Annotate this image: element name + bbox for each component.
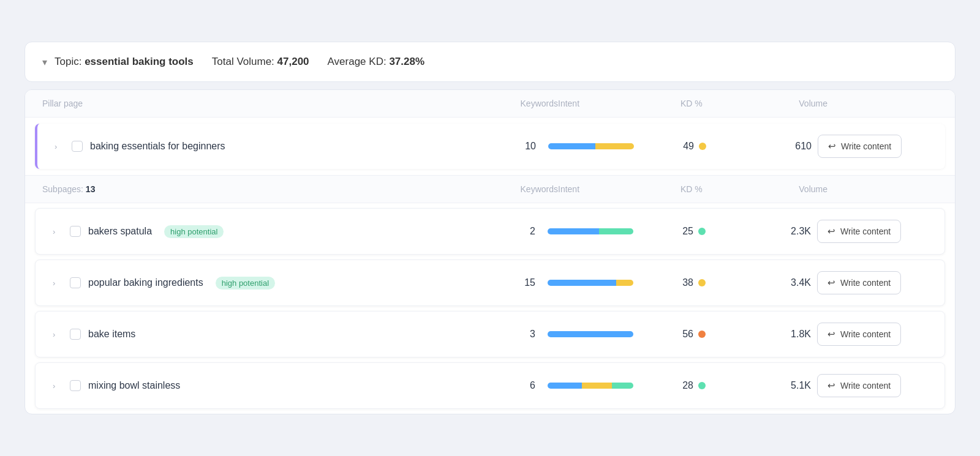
- subpage-volume: 1.8K: [744, 329, 817, 340]
- subpage-row-left-2: › bake items: [53, 329, 474, 340]
- subpage-intent: [548, 280, 670, 286]
- subpage-keywords: 15: [474, 277, 548, 288]
- pillar-checkbox[interactable]: [72, 141, 83, 152]
- col-header-pillar: Pillar page: [42, 99, 484, 108]
- high-potential-badge: high potential: [216, 277, 275, 290]
- subpage-kd: 25: [670, 226, 744, 237]
- subpage-row: › mixing bowl stainless 6 28 5.1K ↩ Writ…: [35, 362, 945, 409]
- subpages-header: Subpages: 13 Keywords Intent KD % Volume: [25, 175, 955, 203]
- subpage-action: ↩ Write content: [817, 323, 927, 346]
- subpages-count-label: Subpages: 13: [42, 184, 484, 194]
- subpage-action: ↩ Write content: [817, 271, 927, 294]
- topic-kd: Average KD: 37.28%: [328, 56, 424, 68]
- subpage-checkbox[interactable]: [70, 329, 81, 340]
- subpage-kd: 38: [670, 277, 744, 288]
- subpage-kd: 28: [670, 380, 744, 391]
- pillar-row-left: › baking essentials for beginners: [55, 141, 475, 152]
- topic-chevron-icon[interactable]: ▾: [42, 56, 47, 68]
- write-icon: ↩: [827, 226, 835, 237]
- subpage-expand-icon[interactable]: ›: [53, 381, 62, 391]
- subpage-title: bake items: [88, 329, 135, 340]
- pillar-write-btn[interactable]: ↩ Write content: [818, 135, 902, 158]
- pillar-column-headers: Pillar page Keywords Intent KD % Volume: [25, 90, 955, 118]
- subpages-col-keywords: Keywords: [484, 184, 558, 194]
- subpage-intent: [548, 383, 670, 389]
- subpages-col-kd: KD %: [680, 184, 754, 194]
- subpage-volume: 2.3K: [744, 226, 817, 237]
- subpage-kd: 56: [670, 329, 744, 340]
- subpage-row: › bake items 3 56 1.8K ↩ Write content: [35, 311, 945, 357]
- subpages-col-intent: Intent: [558, 184, 680, 194]
- pillar-intent: [548, 143, 671, 149]
- high-potential-badge: high potential: [164, 225, 224, 238]
- subpage-write-btn[interactable]: ↩ Write content: [817, 323, 901, 346]
- subpage-write-btn[interactable]: ↩ Write content: [817, 374, 901, 397]
- subpage-row: › popular baking ingredients high potent…: [35, 260, 945, 306]
- subpage-volume: 3.4K: [744, 277, 817, 288]
- pillar-action: ↩ Write content: [818, 135, 928, 158]
- topic-volume: Total Volume: 47,200: [212, 56, 309, 68]
- pillar-expand-icon[interactable]: ›: [55, 142, 64, 151]
- subpages-list: › bakers spatula high potential 2 25 2.3…: [25, 208, 955, 409]
- write-icon: ↩: [828, 141, 836, 152]
- subpage-intent: [548, 331, 670, 337]
- col-header-kd: KD %: [680, 99, 754, 108]
- subpage-title: bakers spatula: [88, 226, 152, 237]
- subpage-keywords: 3: [474, 329, 548, 340]
- subpage-row-left-1: › popular baking ingredients high potent…: [53, 277, 474, 290]
- subpage-checkbox[interactable]: [70, 226, 81, 237]
- subpage-title: mixing bowl stainless: [88, 380, 180, 391]
- subpage-keywords: 2: [474, 226, 548, 237]
- subpage-keywords: 6: [474, 380, 548, 391]
- write-icon: ↩: [827, 380, 835, 391]
- topic-header: ▾ Topic: essential baking tools Total Vo…: [24, 42, 956, 82]
- subpage-write-btn[interactable]: ↩ Write content: [817, 271, 901, 294]
- table-section: Pillar page Keywords Intent KD % Volume …: [24, 89, 956, 414]
- pillar-volume: 610: [744, 141, 818, 152]
- subpage-expand-icon[interactable]: ›: [53, 227, 62, 236]
- subpages-col-action: [827, 184, 938, 194]
- col-header-action: [827, 99, 938, 108]
- pillar-title: baking essentials for beginners: [90, 141, 225, 152]
- pillar-kd: 49: [671, 141, 744, 152]
- subpage-checkbox[interactable]: [70, 380, 81, 391]
- write-icon: ↩: [827, 277, 835, 288]
- col-header-intent: Intent: [558, 99, 680, 108]
- subpage-row-left-3: › mixing bowl stainless: [53, 380, 474, 391]
- topic-label: Topic: essential baking tools: [55, 56, 194, 68]
- write-icon: ↩: [827, 329, 835, 340]
- subpage-volume: 5.1K: [744, 380, 817, 391]
- subpage-expand-icon[interactable]: ›: [53, 330, 62, 339]
- subpage-title: popular baking ingredients: [88, 277, 203, 288]
- subpages-col-volume: Volume: [754, 184, 827, 194]
- col-header-keywords: Keywords: [484, 99, 558, 108]
- subpage-checkbox[interactable]: [70, 277, 81, 288]
- subpage-expand-icon[interactable]: ›: [53, 278, 62, 288]
- subpage-row: › bakers spatula high potential 2 25 2.3…: [35, 208, 945, 255]
- main-container: ▾ Topic: essential baking tools Total Vo…: [18, 36, 962, 420]
- pillar-row: › baking essentials for beginners 10 49 …: [35, 124, 945, 169]
- subpage-action: ↩ Write content: [817, 374, 927, 397]
- col-header-volume: Volume: [754, 99, 827, 108]
- subpage-row-left-0: › bakers spatula high potential: [53, 225, 474, 238]
- subpage-write-btn[interactable]: ↩ Write content: [817, 220, 901, 243]
- subpage-intent: [548, 228, 670, 234]
- subpage-action: ↩ Write content: [817, 220, 927, 243]
- pillar-keywords: 10: [475, 141, 548, 152]
